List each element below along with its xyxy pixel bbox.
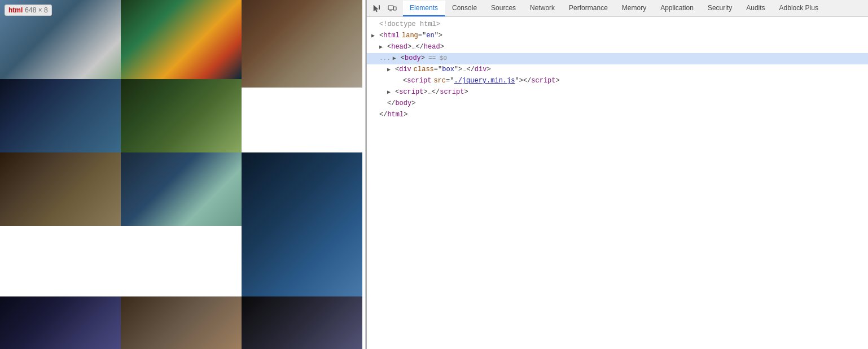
- body-eq-sign: == $0: [428, 54, 447, 64]
- list-item: [242, 152, 362, 296]
- list-item: [0, 296, 121, 349]
- svg-rect-0: [379, 5, 380, 10]
- code-line-div-box[interactable]: <div class="box" > … </div>: [367, 64, 868, 76]
- code-line-doctype[interactable]: <!doctype html>: [367, 19, 868, 30]
- code-line-script-collapsed[interactable]: <script> … </script>: [367, 87, 868, 98]
- code-line-head[interactable]: <head> … </head>: [367, 42, 868, 53]
- tab-adblock[interactable]: Adblock Plus: [773, 1, 826, 16]
- badge-tag: html: [8, 6, 23, 14]
- tab-memory[interactable]: Memory: [615, 1, 654, 16]
- list-item: [121, 0, 242, 79]
- code-line-script-jquery[interactable]: <script src="./jquery.min.js" > </script…: [367, 76, 868, 87]
- list-item: [242, 0, 362, 152]
- webpage-panel: html 648 × 8: [0, 0, 366, 349]
- tab-console[interactable]: Console: [445, 1, 484, 16]
- tab-elements[interactable]: Elements: [403, 1, 445, 16]
- svg-rect-2: [393, 7, 396, 10]
- devtools-panel: Elements Console Sources Network Perform…: [366, 0, 868, 349]
- select-element-button[interactable]: [369, 1, 384, 16]
- code-line-body-close[interactable]: </body>: [367, 98, 868, 110]
- code-line-body-open[interactable]: ... <body> == $0: [367, 53, 868, 64]
- tab-application[interactable]: Application: [654, 1, 701, 16]
- list-item: [121, 296, 242, 349]
- code-line-html-close[interactable]: </html>: [367, 110, 868, 121]
- html-badge: html 648 × 8: [5, 5, 52, 16]
- list-item: [242, 296, 362, 349]
- list-item: [0, 79, 121, 152]
- tab-performance[interactable]: Performance: [562, 1, 615, 16]
- list-item: [0, 152, 121, 296]
- image-grid: [0, 0, 365, 349]
- devtools-code-panel: <!doctype html> <html lang="en" > <head>…: [367, 17, 868, 349]
- tab-audits[interactable]: Audits: [739, 1, 772, 16]
- devtools-tabs: Elements Console Sources Network Perform…: [403, 1, 866, 16]
- badge-dimensions: 648 × 8: [25, 6, 47, 14]
- tab-network[interactable]: Network: [523, 1, 562, 16]
- svg-rect-1: [388, 6, 393, 10]
- devtools-toolbar: Elements Console Sources Network Perform…: [367, 0, 868, 17]
- code-line-html-open[interactable]: <html lang="en" >: [367, 30, 868, 42]
- tab-security[interactable]: Security: [701, 1, 739, 16]
- tab-sources[interactable]: Sources: [484, 1, 523, 16]
- device-toolbar-button[interactable]: [385, 1, 400, 16]
- list-item: [121, 79, 242, 152]
- list-item: [121, 152, 242, 296]
- doctype-text: <!doctype html>: [379, 19, 440, 30]
